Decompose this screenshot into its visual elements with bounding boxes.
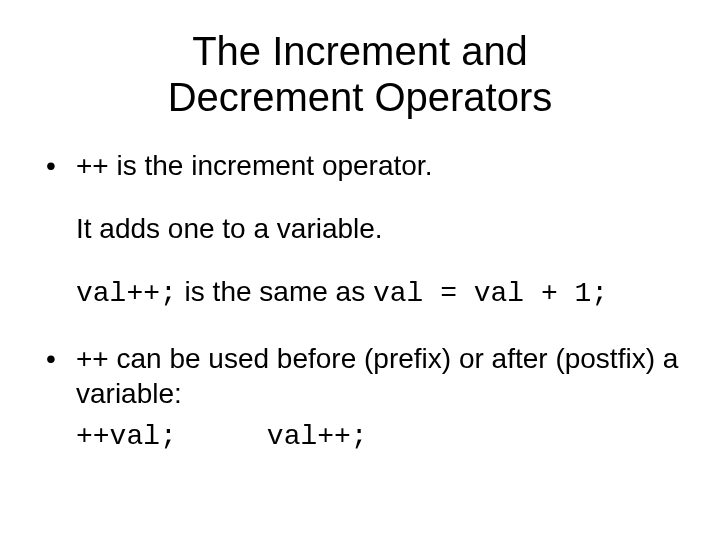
- code-prefix: ++val;: [76, 421, 177, 452]
- bullet1-example: val++; is the same as val = val + 1;: [76, 274, 690, 311]
- bullet1-mid: is the same as: [177, 276, 373, 307]
- slide-title: The Increment and Decrement Operators: [30, 28, 690, 120]
- code-assign: val = val + 1;: [373, 278, 608, 309]
- bullet1-line1: ++ is the increment operator.: [76, 150, 432, 181]
- code-valpp: val++;: [76, 278, 177, 309]
- title-line-2: Decrement Operators: [168, 75, 553, 119]
- bullet2-example: ++val;val++;: [76, 417, 690, 454]
- code-postfix: val++;: [267, 421, 368, 452]
- title-line-1: The Increment and: [192, 29, 528, 73]
- bullet-item-2: ++ can be used before (prefix) or after …: [30, 341, 690, 454]
- bullet-list: ++ is the increment operator. It adds on…: [30, 148, 690, 454]
- bullet2-text: ++ can be used before (prefix) or after …: [76, 343, 678, 409]
- bullet-item-1: ++ is the increment operator. It adds on…: [30, 148, 690, 311]
- bullet1-line2: It adds one to a variable.: [76, 211, 690, 246]
